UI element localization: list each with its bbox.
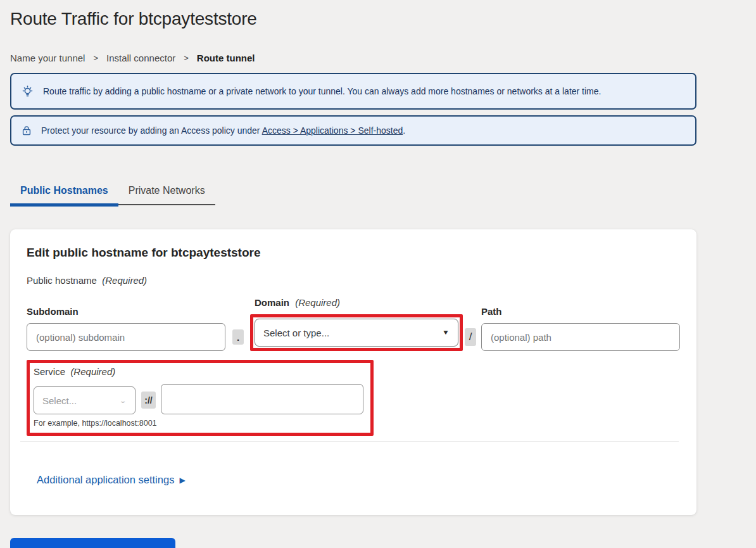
dot-separator: . (232, 329, 244, 345)
breadcrumb-separator: > (93, 53, 98, 63)
public-hostname-section-label: Public hostname (Required) (27, 275, 680, 286)
path-label: Path (481, 306, 680, 317)
service-example-hint: For example, https://localhost:8001 (34, 419, 364, 428)
scheme-separator: :// (141, 392, 156, 409)
service-required: (Required) (70, 366, 115, 377)
lock-icon (20, 124, 33, 137)
service-type-placeholder: Select... (42, 395, 119, 406)
hostname-network-tabs: Public Hostnames Private Networks (10, 178, 215, 205)
lightbulb-icon (20, 84, 35, 99)
info-banner: Route traffic by adding a public hostnam… (10, 73, 696, 110)
breadcrumb: Name your tunnel > Install connector > R… (10, 53, 746, 63)
access-banner-text-after: . (403, 125, 405, 136)
service-fields-row: Select... ⌄ :// (34, 384, 364, 414)
breadcrumb-step-name-your-tunnel[interactable]: Name your tunnel (10, 53, 85, 63)
subdomain-field: Subdomain (27, 306, 225, 351)
domain-label-text: Domain (255, 297, 289, 308)
access-banner: Protect your resource by adding an Acces… (10, 115, 696, 146)
chevron-down-icon: ⌄ (119, 397, 127, 404)
breadcrumb-step-route-tunnel: Route tunnel (197, 53, 255, 63)
path-input[interactable] (481, 323, 680, 351)
edit-public-hostname-card: Edit public hostname for btcpayteststore… (10, 229, 696, 515)
breadcrumb-step-install-connector[interactable]: Install connector (106, 53, 175, 63)
info-banner-text: Route traffic by adding a public hostnam… (43, 86, 601, 96)
service-url-input[interactable] (161, 384, 363, 414)
card-divider (20, 441, 679, 442)
page-title: Route Traffic for btcpayteststore (10, 0, 746, 29)
hostname-fields-row: Subdomain . Domain (Required) Select or … (27, 297, 680, 351)
additional-settings-label: Additional application settings (37, 474, 174, 486)
public-hostname-label-text: Public hostname (27, 275, 97, 286)
service-type-select[interactable]: Select... ⌄ (34, 386, 135, 414)
path-field: Path (481, 306, 680, 351)
domain-field: Domain (Required) Select or type... ▼ (250, 297, 463, 351)
subdomain-input[interactable] (27, 323, 225, 351)
access-banner-text: Protect your resource by adding an Acces… (41, 125, 405, 136)
route-traffic-page: Route Traffic for btcpayteststore Name y… (0, 0, 756, 548)
domain-highlight-box: Select or type... ▼ (250, 314, 463, 351)
domain-required: (Required) (295, 297, 340, 308)
service-highlight-box: Service (Required) Select... ⌄ :// For e… (27, 360, 374, 436)
domain-select-placeholder: Select or type... (263, 328, 442, 338)
access-policy-link[interactable]: Access > Applications > Self-hosted (262, 125, 403, 136)
tab-public-hostnames[interactable]: Public Hostnames (10, 178, 118, 207)
public-hostname-required: (Required) (102, 275, 147, 286)
chevron-down-icon: ▼ (442, 329, 450, 336)
additional-application-settings-toggle[interactable]: Additional application settings ▶ (37, 474, 186, 486)
save-tunnel-button[interactable]: Save btcpayteststore tunnel (10, 538, 175, 548)
breadcrumb-separator: > (184, 53, 189, 63)
access-banner-text-before: Protect your resource by adding an Acces… (41, 125, 262, 136)
slash-separator: / (465, 328, 476, 346)
subdomain-label: Subdomain (27, 306, 225, 317)
service-section-label: Service (Required) (34, 365, 364, 377)
arrow-right-icon: ▶ (179, 475, 185, 485)
card-title: Edit public hostname for btcpayteststore (27, 246, 680, 260)
service-label-text: Service (34, 366, 65, 377)
domain-select[interactable]: Select or type... ▼ (255, 319, 458, 347)
domain-label: Domain (Required) (250, 297, 463, 308)
tab-private-networks[interactable]: Private Networks (118, 178, 215, 204)
